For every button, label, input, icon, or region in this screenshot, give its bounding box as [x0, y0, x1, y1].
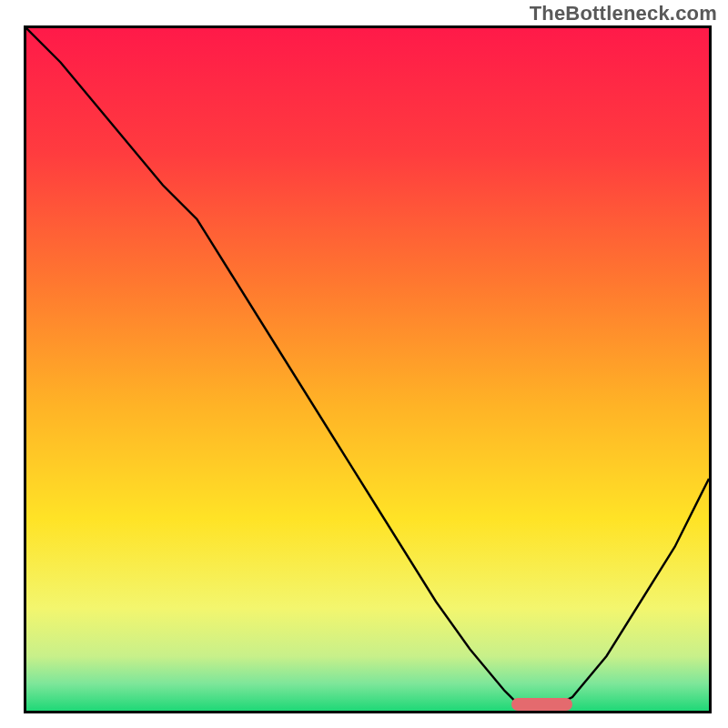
- bottleneck-curve: [26, 28, 709, 711]
- curve-path: [26, 28, 709, 707]
- watermark-text: TheBottleneck.com: [530, 2, 717, 25]
- optimal-range-marker: [511, 698, 573, 711]
- chart-container: TheBottleneck.com: [0, 0, 728, 728]
- plot-area: [24, 25, 712, 713]
